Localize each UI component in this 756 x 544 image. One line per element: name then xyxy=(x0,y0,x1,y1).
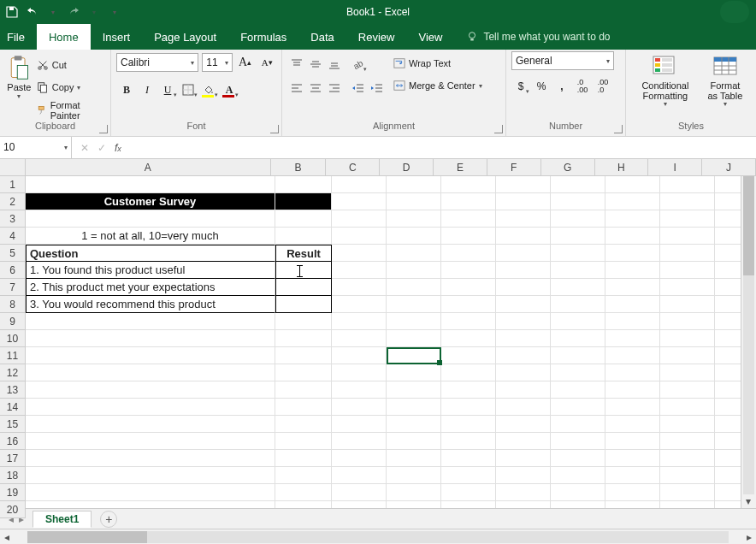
orientation-icon[interactable]: ab xyxy=(349,55,368,74)
cell-F16[interactable] xyxy=(496,433,551,450)
cell-C17[interactable] xyxy=(332,450,387,467)
cell-D15[interactable] xyxy=(387,416,441,433)
increase-indent-icon[interactable] xyxy=(368,79,387,98)
cell-G6[interactable] xyxy=(551,262,605,279)
cell-C1[interactable] xyxy=(332,176,387,193)
cell-B3[interactable] xyxy=(275,210,332,228)
cell-I4[interactable] xyxy=(660,228,715,245)
font-size-combo[interactable]: 11▾ xyxy=(202,53,233,72)
cell-C10[interactable] xyxy=(332,330,387,347)
cell-I17[interactable] xyxy=(660,450,715,467)
cell-D2[interactable] xyxy=(387,193,441,210)
cell-F1[interactable] xyxy=(496,176,551,193)
row-header-4[interactable]: 4 xyxy=(0,228,26,245)
cell-E7[interactable] xyxy=(441,279,496,296)
cell-I3[interactable] xyxy=(660,210,715,228)
decrease-decimal-icon[interactable]: .00.0 xyxy=(594,77,612,96)
cell-E15[interactable] xyxy=(441,416,496,433)
redo-icon[interactable] xyxy=(67,5,80,19)
cell-F13[interactable] xyxy=(496,381,551,399)
cell-I12[interactable] xyxy=(660,364,715,381)
cell-D11[interactable] xyxy=(387,347,441,364)
cell-B9[interactable] xyxy=(275,313,332,330)
cell-A18[interactable] xyxy=(26,467,275,484)
cell-E12[interactable] xyxy=(441,364,496,381)
cell-B1[interactable] xyxy=(275,176,332,193)
cell-G15[interactable] xyxy=(551,416,605,433)
cell-D9[interactable] xyxy=(387,313,441,330)
fx-icon[interactable]: fx xyxy=(115,142,121,154)
cell-F7[interactable] xyxy=(496,279,551,296)
increase-decimal-icon[interactable]: .0.00 xyxy=(573,77,592,96)
paste-button[interactable]: Paste ▾ xyxy=(5,51,33,121)
cell-E16[interactable] xyxy=(441,433,496,450)
cell-D14[interactable] xyxy=(387,399,441,416)
font-dialog-launcher-icon[interactable] xyxy=(270,125,279,133)
cell-B16[interactable] xyxy=(275,433,332,450)
cell-G8[interactable] xyxy=(551,296,605,313)
row-header-11[interactable]: 11 xyxy=(0,347,26,364)
row-header-2[interactable]: 2 xyxy=(0,193,26,210)
cell-C16[interactable] xyxy=(332,433,387,450)
cell-E1[interactable] xyxy=(441,176,496,193)
row-header-1[interactable]: 1 xyxy=(0,176,26,193)
cell-C11[interactable] xyxy=(332,347,387,364)
percent-format-icon[interactable]: % xyxy=(532,77,551,96)
cell-H5[interactable] xyxy=(605,245,660,262)
cell-F17[interactable] xyxy=(496,450,551,467)
cell-C13[interactable] xyxy=(332,381,387,399)
cell-A6[interactable]: 1. You found this product useful xyxy=(26,262,275,279)
cell-I13[interactable] xyxy=(660,381,715,399)
col-header-H[interactable]: H xyxy=(595,159,649,176)
cell-B19[interactable] xyxy=(275,484,332,501)
cell-H18[interactable] xyxy=(605,467,660,484)
cell-D12[interactable] xyxy=(387,364,441,381)
cell-C9[interactable] xyxy=(332,313,387,330)
cell-H11[interactable] xyxy=(605,347,660,364)
cell-I14[interactable] xyxy=(660,399,715,416)
cell-E5[interactable] xyxy=(441,245,496,262)
row-header-13[interactable]: 13 xyxy=(0,381,26,399)
clipboard-dialog-launcher-icon[interactable] xyxy=(99,125,108,133)
cell-E18[interactable] xyxy=(441,467,496,484)
cell-I8[interactable] xyxy=(660,296,715,313)
row-header-5[interactable]: 5 xyxy=(0,245,26,262)
cell-C8[interactable] xyxy=(332,296,387,313)
cell-F11[interactable] xyxy=(496,347,551,364)
cell-I9[interactable] xyxy=(660,313,715,330)
cell-A17[interactable] xyxy=(26,450,275,467)
borders-button[interactable] xyxy=(178,80,198,99)
decrease-indent-icon[interactable] xyxy=(349,79,368,98)
cell-F18[interactable] xyxy=(496,467,551,484)
cell-F10[interactable] xyxy=(496,330,551,347)
horizontal-scrollbar[interactable]: ◂ ▸ xyxy=(0,529,756,544)
cell-D1[interactable] xyxy=(387,176,441,193)
cell-H12[interactable] xyxy=(605,364,660,381)
number-format-combo[interactable]: General▾ xyxy=(511,51,614,70)
cell-A8[interactable]: 3. You would recommend this product xyxy=(26,296,275,313)
cell-D16[interactable] xyxy=(387,433,441,450)
format-as-table-button[interactable]: Format as Table▾ xyxy=(700,51,751,121)
cell-H19[interactable] xyxy=(605,484,660,501)
cell-F2[interactable] xyxy=(496,193,551,210)
vscroll-thumb[interactable] xyxy=(743,173,754,275)
cell-G4[interactable] xyxy=(551,228,605,245)
new-sheet-button[interactable]: + xyxy=(100,511,117,528)
cell-E10[interactable] xyxy=(441,330,496,347)
cell-A2[interactable]: Customer Survey xyxy=(26,193,275,210)
row-header-16[interactable]: 16 xyxy=(0,433,26,450)
col-header-G[interactable]: G xyxy=(541,159,595,176)
cell-C5[interactable] xyxy=(332,245,387,262)
scroll-right-icon[interactable]: ▸ xyxy=(742,530,756,544)
qat-customize-icon[interactable]: ▾ xyxy=(108,5,121,19)
cell-D10[interactable] xyxy=(387,330,441,347)
align-top-icon[interactable] xyxy=(287,55,306,74)
wrap-text-button[interactable]: Wrap Text xyxy=(393,55,482,72)
cell-C14[interactable] xyxy=(332,399,387,416)
merge-center-button[interactable]: Merge & Center▾ xyxy=(393,77,482,94)
fill-color-button[interactable] xyxy=(198,80,219,99)
cell-G18[interactable] xyxy=(551,467,605,484)
cell-C6[interactable] xyxy=(332,262,387,279)
col-header-I[interactable]: I xyxy=(648,159,702,176)
row-header-8[interactable]: 8 xyxy=(0,296,26,313)
